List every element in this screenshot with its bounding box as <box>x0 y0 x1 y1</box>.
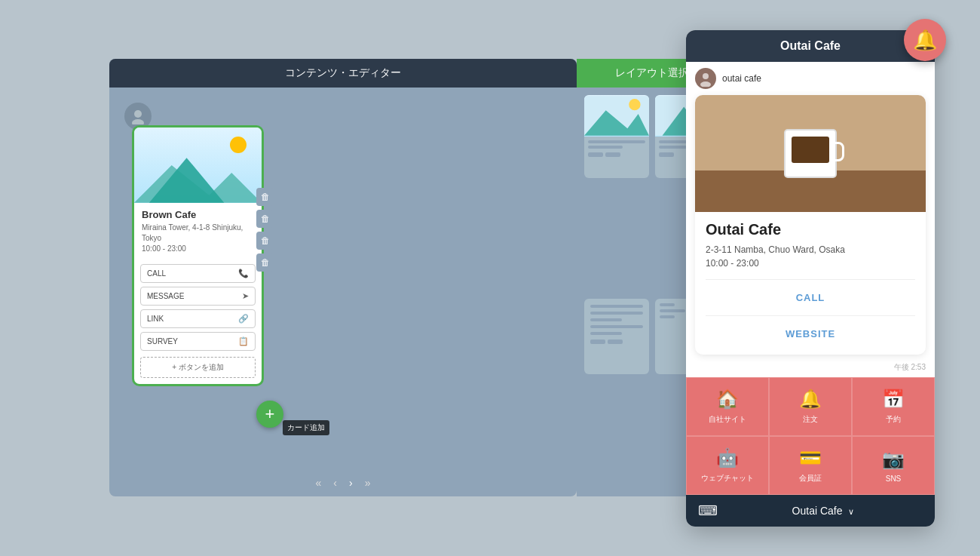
line <box>590 325 643 328</box>
preview-card-address: 2-3-11 Namba, Chuo Ward, Osaka 10:00 - 2… <box>706 243 915 270</box>
delete-call-icon[interactable]: 🗑 <box>256 188 274 206</box>
pagination-first[interactable]: « <box>313 475 325 490</box>
pagination-prev[interactable]: ‹ <box>330 475 340 490</box>
delete-icons: 🗑 🗑 🗑 🗑 <box>256 118 274 272</box>
preview-card-title: Outai Cafe <box>706 221 915 238</box>
layout-title: レイアウト選択 <box>615 66 689 78</box>
preview-card-image <box>695 95 926 212</box>
card-image <box>134 127 262 203</box>
card-btn-msg-row: MESSAGE ➤ <box>140 287 256 306</box>
editor-header: コンテンツ・エディター <box>109 59 577 88</box>
preview-topbar-title: Outai Cafe <box>698 39 923 53</box>
card-divider-2 <box>706 315 915 316</box>
card-btn-link[interactable]: LINK 🔗 <box>140 309 256 328</box>
robot-icon: 🤖 <box>716 447 739 468</box>
dot-row <box>590 339 643 344</box>
card-btn-call[interactable]: CALL 📞 <box>140 264 256 283</box>
card-btn-message[interactable]: MESSAGE ➤ <box>140 287 256 306</box>
layout-card-1-img <box>584 95 649 137</box>
card-editor: Brown Cafe Miraina Tower, 4-1-8 Shinjuku… <box>132 125 264 386</box>
layout-card-3[interactable] <box>584 299 649 374</box>
line <box>590 312 643 315</box>
card-title: Brown Cafe <box>142 209 254 220</box>
line <box>590 332 622 335</box>
grid-item-reservation[interactable]: 📅 予約 <box>852 377 935 436</box>
svg-point-1 <box>132 119 144 124</box>
svg-point-13 <box>700 81 711 87</box>
grid-item-membership[interactable]: 💳 会員証 <box>769 436 852 495</box>
editor-body: Brown Cafe Miraina Tower, 4-1-8 Shinjuku… <box>109 88 577 469</box>
preview-avatar-row: outai cafe <box>686 62 935 95</box>
grid-label-reservation: 予約 <box>886 414 901 425</box>
line <box>590 305 643 308</box>
grid-label-membership: 会員証 <box>799 473 822 484</box>
pagination-next[interactable]: › <box>346 475 356 490</box>
dot <box>659 152 674 157</box>
line <box>660 309 685 312</box>
add-card-button[interactable]: + <box>256 401 283 428</box>
grid-item-webchat[interactable]: 🤖 ウェブチャット <box>686 436 769 495</box>
grid-item-order[interactable]: 🔔 注文 <box>769 377 852 436</box>
pagination-last[interactable]: » <box>362 475 374 490</box>
coffee-liquid <box>792 137 829 163</box>
preview-bottom-bar: ⌨ Outai Cafe ∨ <box>686 495 935 527</box>
svg-point-12 <box>703 73 709 79</box>
dot <box>605 152 620 157</box>
grid-item-site[interactable]: 🏠 自社サイト <box>686 377 769 436</box>
preview-bar-title: Outai Cafe ∨ <box>724 505 923 517</box>
add-card-tooltip: カード追加 <box>283 420 329 435</box>
grid-label-order: 注文 <box>803 414 818 425</box>
card-btn-call-row: CALL 📞 <box>140 264 256 283</box>
layout-card-1[interactable] <box>584 95 649 178</box>
add-button[interactable]: + ボタンを追加 <box>140 357 256 378</box>
line <box>660 315 675 318</box>
card-divider-1 <box>706 279 915 280</box>
editor-pagination: « ‹ › » <box>109 469 577 496</box>
line <box>660 303 675 306</box>
delete-link-icon[interactable]: 🗑 <box>256 232 274 250</box>
card-btn-link-row: LINK 🔗 <box>140 309 256 328</box>
editor-title: コンテンツ・エディター <box>285 66 401 78</box>
card-buttons: CALL 📞 MESSAGE ➤ LINK <box>134 260 262 384</box>
grid-label-site: 自社サイト <box>709 414 746 425</box>
dot <box>588 152 603 157</box>
preview-card-website[interactable]: WEBSITE <box>706 322 915 346</box>
card-btn-survey[interactable]: SURVEY 📋 <box>140 332 256 351</box>
delete-survey-icon[interactable]: 🗑 <box>256 253 274 272</box>
line <box>588 140 645 143</box>
layout-card-1-lines <box>584 137 649 161</box>
preview-card: Outai Cafe 2-3-11 Namba, Chuo Ward, Osak… <box>695 95 926 355</box>
survey-icon: 📋 <box>238 336 249 346</box>
preview-card-call[interactable]: CALL <box>706 286 915 309</box>
preview-username: outai cafe <box>722 73 761 84</box>
preview-timestamp: 午後 2:53 <box>686 361 935 377</box>
line <box>590 318 622 321</box>
preview-avatar <box>695 68 716 89</box>
grid-item-sns[interactable]: 📷 SNS <box>852 436 935 495</box>
coffee-mug <box>784 129 837 178</box>
svg-point-0 <box>134 110 142 118</box>
line <box>588 146 623 149</box>
bell-icon: 🔔 <box>799 389 822 410</box>
dot <box>608 339 623 344</box>
preview-topbar: Outai Cafe <box>686 30 935 62</box>
card-body: Brown Cafe Miraina Tower, 4-1-8 Shinjuku… <box>134 203 262 260</box>
card-address: Miraina Tower, 4-1-8 Shinjuku, Tokyo 10:… <box>142 223 254 254</box>
home-icon: 🏠 <box>716 389 739 410</box>
notification-bell[interactable]: 🔔 <box>904 19 946 61</box>
card-btn-survey-row: SURVEY 📋 <box>140 332 256 351</box>
message-icon: ➤ <box>242 291 249 301</box>
call-icon: 📞 <box>238 269 249 278</box>
grid-label-sns: SNS <box>886 475 902 483</box>
grid-label-webchat: ウェブチャット <box>701 473 754 484</box>
keyboard-icon: ⌨ <box>698 502 718 519</box>
editor-panel: コンテンツ・エディター <box>109 59 577 496</box>
preview-panel: Outai Cafe outai cafe <box>686 30 935 527</box>
calendar-icon: 📅 <box>882 389 905 410</box>
dot-row <box>588 152 645 157</box>
preview-bottom-grid: 🏠 自社サイト 🔔 注文 📅 予約 🤖 ウェブチャット 💳 会員証 📷 <box>686 377 935 495</box>
svg-point-5 <box>629 99 640 110</box>
dot <box>590 339 605 344</box>
delete-message-icon[interactable]: 🗑 <box>256 210 274 228</box>
preview-card-body: Outai Cafe 2-3-11 Namba, Chuo Ward, Osak… <box>695 212 926 355</box>
